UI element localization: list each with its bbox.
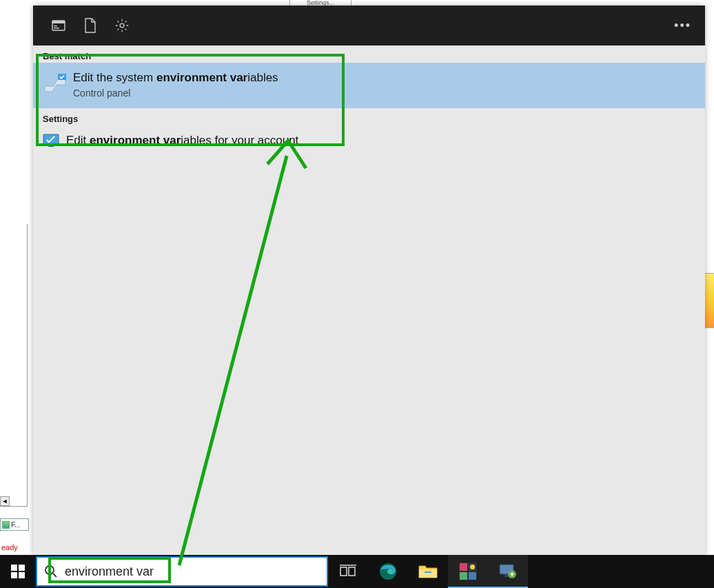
- background-left-pane: ◄: [0, 224, 28, 507]
- filter-settings-icon[interactable]: [106, 6, 138, 45]
- svg-point-23: [470, 565, 475, 569]
- more-options-icon[interactable]: •••: [674, 19, 705, 33]
- svg-rect-11: [19, 572, 25, 578]
- svg-rect-27: [504, 575, 509, 577]
- svg-rect-24: [460, 572, 467, 580]
- svg-line-13: [53, 574, 57, 577]
- section-best-match-label: Best match: [33, 45, 705, 63]
- background-status-text: eady: [1, 543, 18, 551]
- taskbar-app-icons: [328, 555, 528, 588]
- svg-rect-8: [11, 565, 17, 571]
- section-settings-label: Settings: [33, 108, 705, 125]
- filter-documents-icon[interactable]: [74, 6, 106, 45]
- taskbar-search-input[interactable]: [65, 558, 327, 585]
- search-icon: [37, 565, 65, 578]
- tab-color-swatch: [2, 521, 10, 529]
- pinned-app-1-icon[interactable]: [448, 555, 488, 588]
- result-edit-system-env-vars[interactable]: Edit the system environment variables Co…: [33, 63, 705, 108]
- start-search-results-panel: ••• Best match Edit the system environme…: [33, 6, 705, 555]
- svg-rect-10: [11, 572, 17, 578]
- svg-rect-1: [52, 21, 65, 23]
- scroll-left-button[interactable]: ◄: [0, 496, 10, 506]
- user-env-icon: [43, 134, 66, 148]
- svg-rect-25: [469, 572, 476, 580]
- svg-point-12: [45, 566, 54, 574]
- edge-browser-icon[interactable]: [368, 555, 408, 588]
- pinned-app-2-icon[interactable]: [488, 555, 528, 588]
- taskbar: [0, 555, 714, 588]
- svg-rect-9: [19, 565, 25, 571]
- svg-rect-3: [54, 28, 59, 28]
- filter-apps-icon[interactable]: [43, 6, 74, 45]
- svg-rect-15: [349, 567, 355, 576]
- background-file-tab[interactable]: F...: [0, 518, 29, 531]
- result-subtitle: Control panel: [73, 88, 278, 99]
- svg-rect-18: [419, 569, 437, 578]
- system-env-icon: [43, 71, 73, 93]
- result-title: Edit the system environment variables: [73, 71, 278, 85]
- taskbar-search-box[interactable]: [36, 556, 328, 587]
- start-button[interactable]: [0, 555, 36, 588]
- svg-rect-2: [54, 26, 57, 26]
- svg-rect-19: [425, 571, 431, 573]
- background-right-strip: [705, 273, 714, 328]
- svg-rect-21: [460, 563, 467, 571]
- svg-rect-7: [48, 145, 54, 147]
- background-file-tab-label: F...: [11, 521, 20, 529]
- task-view-button[interactable]: [328, 555, 368, 588]
- file-explorer-icon[interactable]: [408, 555, 448, 588]
- result-edit-user-env-vars[interactable]: Edit environment variables for your acco…: [33, 125, 705, 156]
- svg-rect-14: [340, 567, 347, 576]
- svg-point-4: [120, 23, 124, 28]
- result-title: Edit environment variables for your acco…: [66, 134, 298, 148]
- results-filter-header: •••: [33, 6, 705, 45]
